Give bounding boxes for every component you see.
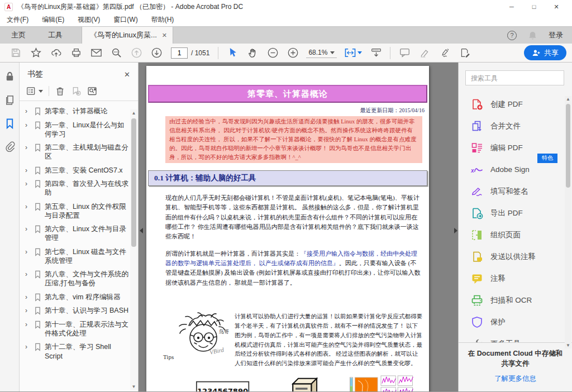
tool-item-more-tools[interactable]: 更多工具	[471, 333, 572, 342]
bookmarks-close-icon[interactable]: ✕	[124, 70, 130, 79]
expand-chevron-icon[interactable]: ›	[25, 144, 32, 152]
star-icon[interactable]	[29, 46, 42, 60]
sign-in-button[interactable]: 登录	[549, 30, 563, 40]
tool-item-send-for-comments[interactable]: 发送以供注释	[471, 246, 572, 267]
tool-item-comment[interactable]: 注释	[471, 267, 572, 289]
share-button[interactable]: 共享	[524, 45, 566, 60]
zoom-level-dropdown[interactable]: 68.1%	[306, 47, 337, 58]
expand-chevron-icon[interactable]: ›	[25, 203, 32, 212]
bookmarks-icon[interactable]	[3, 117, 16, 130]
expand-chevron-icon[interactable]: ›	[25, 248, 32, 257]
search-icon[interactable]	[109, 46, 123, 60]
collapse-right-panel-icon[interactable]	[453, 223, 458, 238]
bookmark-item[interactable]: ›第十二章、学习 Shell Script	[25, 340, 129, 363]
reading-mode-icon[interactable]	[369, 46, 383, 60]
bookmark-item[interactable]: ›第十一章、正规表示法与文件格式化处理	[25, 318, 129, 341]
print-icon[interactable]	[69, 46, 83, 60]
select-tool-icon[interactable]	[226, 46, 239, 60]
cloud-upload-icon[interactable]	[49, 46, 63, 60]
expand-chevron-icon[interactable]: ›	[25, 180, 32, 189]
scrollbar-thumb[interactable]	[131, 118, 136, 247]
bookmark-item[interactable]: ›第六章、Linux 文件与目录管理	[25, 222, 129, 245]
tab-document[interactable]: 《鸟哥的Linux房菜... ✕	[82, 27, 173, 44]
page-number-input[interactable]	[171, 47, 188, 59]
bookmark-item[interactable]: ›第七章、Linux 磁盘与文件系统管理	[25, 245, 129, 268]
menu-item[interactable]: 窗口(W)	[113, 15, 137, 25]
tool-item-fill-sign[interactable]: 填写和签名	[471, 180, 572, 202]
add-bookmark-icon[interactable]	[71, 86, 82, 96]
zoom-in-icon[interactable]	[286, 46, 299, 60]
email-icon[interactable]	[89, 46, 103, 60]
comment-tool-icon[interactable]	[398, 46, 411, 60]
tool-item-organize-pages[interactable]: 组织页面	[471, 224, 572, 246]
scrollbar-thumb[interactable]	[566, 104, 570, 188]
tools-scrollbar[interactable]: ▲ ▼	[565, 96, 571, 348]
bookmark-icon	[34, 293, 41, 302]
search-tools-input[interactable]	[465, 70, 564, 85]
expand-chevron-icon[interactable]: ›	[25, 343, 32, 352]
bookmarks-scrollbar[interactable]: ▲ ▼	[130, 109, 137, 390]
bookmark-item[interactable]: ›第二章、主机规划与磁盘分区	[25, 141, 129, 164]
highlight-tool-icon[interactable]	[418, 46, 431, 60]
tool-item-combine-files[interactable]: 合并文件	[471, 115, 572, 137]
bookmark-item[interactable]: ›第五章、Linux 的文件权限与目录配置	[25, 200, 129, 223]
zoom-out-icon[interactable]	[266, 46, 279, 60]
tab-tools[interactable]: 工具	[37, 27, 74, 44]
scroll-down-icon[interactable]: ▼	[130, 384, 137, 389]
bookmark-item[interactable]: ›第九章、vim 程序编辑器	[25, 290, 129, 304]
trash-icon[interactable]	[55, 86, 65, 96]
minimize-icon[interactable]: ─	[500, 1, 523, 13]
expand-chevron-icon[interactable]: ›	[25, 225, 32, 234]
edit-doc-icon[interactable]	[458, 46, 471, 60]
menu-item[interactable]: 帮助(H)	[151, 15, 174, 25]
page-thumbnails-icon[interactable]	[3, 94, 16, 106]
maximize-icon[interactable]: □	[523, 1, 545, 13]
collapse-left-panel-icon[interactable]	[139, 223, 144, 238]
tool-item-export-pdf[interactable]: 导出 PDF	[471, 202, 572, 224]
learn-more-link[interactable]: 了解更多信息	[494, 374, 536, 384]
scroll-up-icon[interactable]: ▲	[565, 97, 571, 102]
bookmark-item[interactable]: ›第一章、Linux是什么与如何学习	[25, 118, 129, 141]
tool-item-adobe-sign[interactable]: xAdobe Sign特色	[471, 159, 572, 180]
save-icon[interactable]	[9, 46, 22, 60]
fit-width-icon[interactable]	[344, 46, 363, 60]
window-title: 《鸟哥的Linux房菜-基础篇》第四版.pdf （已加密） - Adobe Ac…	[17, 2, 243, 12]
expand-chevron-icon[interactable]: ›	[25, 107, 32, 116]
lock-icon[interactable]	[3, 70, 16, 83]
page-up-icon[interactable]	[130, 46, 143, 60]
document-area[interactable]: 第零章、计算器概论 最近更新日期：2015/04/16 由过去的经验当中，鸟哥发…	[139, 63, 458, 391]
bookmark-label: 第零章、计算器概论	[45, 107, 108, 116]
page-down-icon[interactable]	[150, 46, 163, 60]
tab-home[interactable]: 主页	[0, 27, 37, 44]
bell-icon[interactable]	[528, 31, 537, 40]
menu-item[interactable]: 视图(V)	[78, 15, 100, 25]
tab-document-label: 《鸟哥的Linux房菜...	[90, 30, 157, 40]
expand-chevron-icon[interactable]: ›	[25, 121, 32, 130]
scroll-down-icon[interactable]: ▼	[565, 343, 571, 348]
sign-tool-icon[interactable]	[438, 46, 451, 60]
expand-chevron-icon[interactable]: ›	[25, 270, 32, 279]
find-bookmark-icon[interactable]	[87, 86, 98, 96]
help-icon[interactable]: ?	[507, 31, 517, 40]
scroll-up-icon[interactable]: ▲	[130, 111, 137, 116]
menu-item[interactable]: 文件(F)	[7, 15, 28, 25]
tool-item-scan-ocr[interactable]: 扫描和 OCR	[471, 289, 572, 311]
expand-chevron-icon[interactable]: ›	[25, 293, 32, 302]
hand-tool-icon[interactable]	[246, 46, 259, 60]
options-list-icon[interactable]	[26, 86, 43, 96]
tool-item-protect[interactable]: 保护	[471, 311, 572, 333]
bookmark-item[interactable]: ›第四章、首次登入与在线求助	[25, 177, 129, 200]
menu-item[interactable]: 编辑(E)	[42, 15, 64, 25]
tool-item-create-pdf[interactable]: 创建 PDF	[471, 93, 572, 115]
attachments-icon[interactable]	[3, 141, 16, 153]
expand-chevron-icon[interactable]: ›	[25, 166, 32, 175]
bookmark-item[interactable]: ›第十章、认识与学习 BASH	[25, 304, 129, 318]
expand-chevron-icon[interactable]: ›	[25, 321, 32, 329]
bookmark-item[interactable]: ›第三章、安装 CentOS7.x	[25, 164, 129, 178]
tool-label: 保护	[490, 317, 506, 327]
bookmark-item[interactable]: ›第零章、计算器概论	[25, 104, 129, 118]
expand-chevron-icon[interactable]: ›	[25, 307, 32, 315]
close-icon[interactable]: ✕	[545, 1, 568, 13]
bookmark-item[interactable]: ›第八章、文件与文件系统的压缩,打包与备份	[25, 267, 129, 290]
tab-close-icon[interactable]: ✕	[162, 32, 167, 39]
